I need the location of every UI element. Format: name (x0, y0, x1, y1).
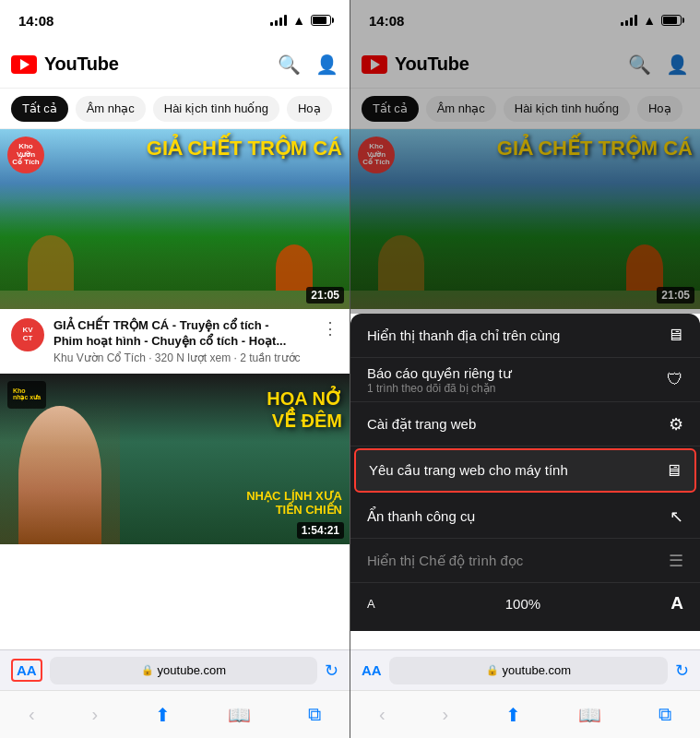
chip-art[interactable]: Hoạ (287, 96, 332, 122)
duration-badge2-left: 1:54:21 (297, 522, 344, 539)
bookmarks-button-left[interactable]: 📖 (228, 704, 251, 726)
menu-item-5-label: Ẩn thanh công cụ (367, 508, 476, 525)
youtube-title-left: YouTube (44, 54, 270, 75)
video1-meta-left: GIẢ CHẾT TRỘM CÁ - Truyện cổ tích -Phim … (53, 318, 313, 364)
thumb-title-left: GIẢ CHẾT TRỘM CÁ (7, 137, 342, 161)
zoom-a-large[interactable]: A (670, 593, 683, 613)
duration-badge-left: 21:05 (306, 287, 344, 304)
menu-item-2-sub: 1 trình theo dõi đã bị chặn (367, 382, 512, 395)
right-phone-screen: 14:08 ▲ YouTube 🔍 👤 Tất cả Âm nhạc Hài k… (350, 0, 700, 738)
youtube-logo-icon (11, 55, 37, 74)
reload-button-right[interactable]: ↻ (675, 661, 689, 681)
menu-item-1-icon: 🖥 (667, 326, 683, 345)
chip-comedy[interactable]: Hài kịch tình huống (153, 96, 279, 122)
menu-item-address-bar[interactable]: Hiển thị thanh địa chỉ trên cùng 🖥 (350, 314, 700, 358)
aa-button-right[interactable]: AA (362, 662, 382, 678)
youtube-header-left: YouTube 🔍 👤 (0, 41, 350, 89)
thumb2-title-left: HOA NỞVỀ ĐÊM (267, 387, 342, 432)
menu-item-6-icon: ☰ (669, 551, 683, 571)
chip-music[interactable]: Âm nhạc (76, 96, 146, 122)
menu-item-desktop-site[interactable]: Yêu cầu trang web cho máy tính 🖥 (354, 448, 696, 493)
menu-item-site-settings[interactable]: Cài đặt trang web ⚙ (350, 402, 700, 446)
video1-sub-left: Khu Vườn Cổ Tích · 320 N lượt xem · 2 tu… (53, 351, 313, 364)
search-icon[interactable]: 🔍 (278, 54, 301, 76)
lock-icon-left: 🔒 (141, 664, 154, 676)
bottom-nav-right: ‹ › ⬆ 📖 ⧉ (350, 690, 700, 738)
status-icons-left: ▲ (270, 13, 331, 28)
menu-item-4-label: Yêu cầu trang web cho máy tính (369, 462, 568, 479)
menu-item-4-icon: 🖥 (665, 461, 682, 481)
status-time-left: 14:08 (18, 13, 53, 29)
tabs-button-right[interactable]: ⧉ (658, 704, 671, 725)
account-icon[interactable]: 👤 (315, 54, 338, 76)
share-button-left[interactable]: ⬆ (155, 704, 171, 726)
menu-item-3-icon: ⚙ (669, 414, 683, 434)
zoom-a-small[interactable]: A (367, 597, 375, 611)
thumb2-sub-left: NHẠC LÍNH XƯATIẾN CHIẾN (246, 489, 342, 517)
category-bar-left: Tất cả Âm nhạc Hài kịch tình huống Hoạ (0, 89, 350, 129)
content-area-left: KhoVườnCổ Tích GIẢ CHẾT TRỘM CÁ 21:05 KV… (0, 129, 350, 649)
back-button-right[interactable]: ‹ (379, 704, 386, 725)
menu-item-1-label: Hiển thị thanh địa chỉ trên cùng (367, 327, 560, 344)
zoom-percent: 100% (505, 596, 540, 612)
menu-item-privacy[interactable]: Báo cáo quyền riêng tư 1 trình theo dõi … (350, 358, 700, 402)
share-button-right[interactable]: ⬆ (505, 704, 521, 726)
bottom-nav-left: ‹ › ⬆ 📖 ⧉ (0, 690, 350, 738)
video1-info-left: KVCT GIẢ CHẾT TRỘM CÁ - Truyện cổ tích -… (0, 309, 350, 374)
overlay-right (350, 0, 700, 314)
reload-button-left[interactable]: ↻ (325, 661, 338, 681)
url-text-right: youtube.com (503, 663, 571, 677)
menu-item-hide-toolbar[interactable]: Ẩn thanh công cụ ↖ (350, 494, 700, 539)
bookmarks-button-right[interactable]: 📖 (578, 704, 601, 726)
video1-more-btn-left[interactable]: ⋮ (322, 318, 338, 339)
zoom-row: A 100% A (350, 583, 700, 624)
video1-thumbnail-left[interactable]: KhoVườnCổ Tích GIẢ CHẾT TRỘM CÁ 21:05 (0, 129, 350, 309)
battery-icon (311, 15, 331, 26)
video1-title-left: GIẢ CHẾT TRỘM CÁ - Truyện cổ tích -Phim … (53, 318, 313, 350)
channel-avatar-left: KVCT (11, 318, 44, 351)
menu-item-3-label: Cài đặt trang web (367, 416, 476, 433)
browser-bar-left: AA 🔒 youtube.com ↻ (0, 649, 350, 690)
menu-item-5-icon: ↖ (670, 506, 683, 527)
context-menu: Hiển thị thanh địa chỉ trên cùng 🖥 Báo c… (350, 314, 700, 631)
back-button-left[interactable]: ‹ (29, 704, 35, 725)
signal-icon (270, 15, 287, 26)
forward-button-right[interactable]: › (443, 704, 449, 725)
menu-item-2-content: Báo cáo quyền riêng tư 1 trình theo dõi … (367, 365, 512, 395)
browser-bar-right: AA 🔒 youtube.com ↻ (350, 649, 700, 690)
left-phone-screen: 14:08 ▲ YouTube 🔍 👤 Tất cả Âm nhạc Hài k… (0, 0, 350, 738)
header-icons-left: 🔍 👤 (278, 54, 338, 76)
menu-item-reader-mode[interactable]: Hiển thị Chế độ trình đọc ☰ (350, 539, 700, 583)
tabs-button-left[interactable]: ⧉ (308, 704, 321, 725)
forward-button-left[interactable]: › (92, 704, 99, 725)
lock-icon-right: 🔒 (486, 664, 499, 676)
menu-item-6-label: Hiển thị Chế độ trình đọc (367, 553, 523, 569)
url-bar-left[interactable]: 🔒 youtube.com (50, 657, 317, 684)
url-bar-right[interactable]: 🔒 youtube.com (389, 657, 668, 684)
url-text-left: youtube.com (158, 663, 226, 677)
status-bar-left: 14:08 ▲ (0, 0, 350, 41)
wifi-icon: ▲ (292, 13, 305, 28)
video2-thumbnail-left[interactable]: Khonhạc xưa HOA NỞVỀ ĐÊM NHẠC LÍNH XƯATI… (0, 374, 350, 544)
aa-button-left[interactable]: AA (11, 659, 42, 682)
menu-item-2-icon: 🛡 (667, 370, 683, 389)
menu-item-2-label: Báo cáo quyền riêng tư (367, 365, 512, 382)
chip-all[interactable]: Tất cả (11, 96, 68, 122)
